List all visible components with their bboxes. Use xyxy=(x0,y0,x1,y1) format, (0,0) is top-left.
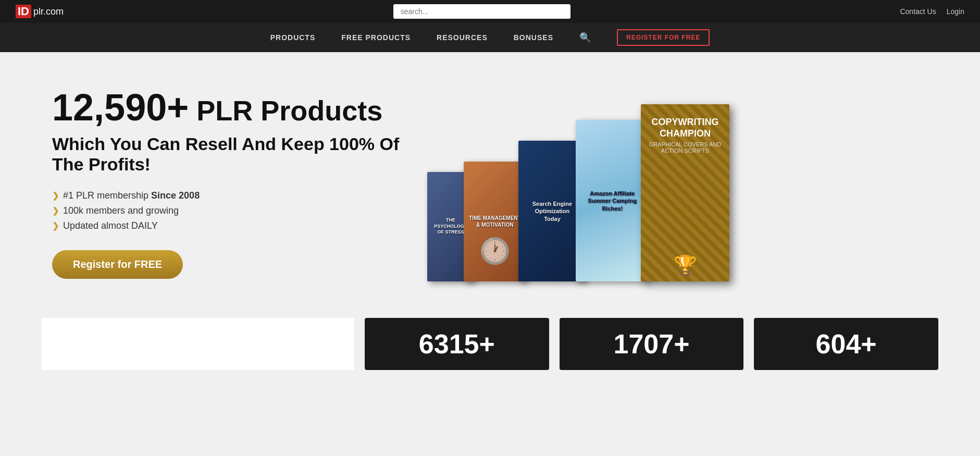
hero-headline: 12,590+ PLR Products xyxy=(52,86,417,129)
books-container: THE PSYCHOLOGYOF STRESS TIME MANAGEMENT&… xyxy=(417,94,729,281)
hero-content: 12,590+ PLR Products Which You Can Resel… xyxy=(52,86,417,279)
book-2-label: TIME MANAGEMENT& MOTIVATION xyxy=(464,213,526,230)
hero-count: 12,590+ xyxy=(52,87,189,128)
nav-item-resources[interactable]: RESOURCES xyxy=(437,33,488,42)
stats-placeholder xyxy=(42,318,354,370)
bullet-2-text: 100k members and growing xyxy=(63,205,179,216)
bullet-arrow-3: ❯ xyxy=(52,221,59,231)
stat-number-1: 6315+ xyxy=(419,330,495,358)
logo[interactable]: ID plr.com xyxy=(16,5,64,18)
contact-us-link[interactable]: Contact Us xyxy=(900,7,936,16)
nav-bar: PRODUCTS FREE PRODUCTS RESOURCES BONUSES… xyxy=(0,23,980,52)
nav-item-products[interactable]: PRODUCTS xyxy=(270,33,316,42)
bullet-1-text: #1 PLR membership Since 2008 xyxy=(63,190,200,201)
hero-register-button[interactable]: Register for FREE xyxy=(52,250,183,279)
search-input[interactable] xyxy=(393,4,570,19)
bullet-arrow-1: ❯ xyxy=(52,191,59,201)
book-4-label: Amazon AffiliateSummer CampingRiches! xyxy=(576,188,649,214)
hero-bullets: ❯ #1 PLR membership Since 2008 ❯ 100k me… xyxy=(52,190,417,231)
top-bar: ID plr.com Contact Us Login xyxy=(0,0,980,23)
logo-domain: plr.com xyxy=(33,6,64,17)
bullet-3-text: Updated almost DAILY xyxy=(63,220,158,231)
book-4: Amazon AffiliateSummer CampingRiches! xyxy=(576,120,649,281)
stat-box-1: 6315+ xyxy=(365,318,549,370)
stat-box-2: 1707+ xyxy=(560,318,744,370)
stat-box-3: 604+ xyxy=(754,318,938,370)
top-links: Contact Us Login xyxy=(900,7,964,16)
stats-section: 6315+ 1707+ 604+ xyxy=(0,302,980,386)
login-link[interactable]: Login xyxy=(947,7,964,16)
book-5: COPYWRITINGCHAMPION GRAPHICAL COVERS AND… xyxy=(641,104,729,281)
bullet-2: ❯ 100k members and growing xyxy=(52,205,417,216)
nav-search-icon[interactable]: 🔍 xyxy=(579,32,591,43)
bullet-arrow-2: ❯ xyxy=(52,206,59,216)
hero-subheadline: Which You Can Resell And Keep 100% Of Th… xyxy=(52,134,417,175)
book-2: TIME MANAGEMENT& MOTIVATION 🕐 xyxy=(464,162,526,281)
hero-image-area: THE PSYCHOLOGYOF STRESS TIME MANAGEMENT&… xyxy=(417,83,729,281)
hero-section: 12,590+ PLR Products Which You Can Resel… xyxy=(0,52,980,302)
nav-item-bonuses[interactable]: BONUSES xyxy=(514,33,553,42)
logo-id: ID xyxy=(16,5,31,18)
book-5-subtitle: GRAPHICAL COVERS AND ACTION SCRIPTS xyxy=(645,141,725,154)
hero-headline-suffix: PLR Products xyxy=(189,95,382,126)
nav-item-free-products[interactable]: FREE PRODUCTS xyxy=(341,33,411,42)
book-5-label: COPYWRITINGCHAMPION xyxy=(645,117,725,139)
bullet-1: ❯ #1 PLR membership Since 2008 xyxy=(52,190,417,201)
trophy-icon: 🏆 xyxy=(674,254,697,276)
stat-number-3: 604+ xyxy=(816,330,877,358)
bullet-3: ❯ Updated almost DAILY xyxy=(52,220,417,231)
stat-number-2: 1707+ xyxy=(613,330,689,358)
nav-register-button[interactable]: REGISTER FOR FREE xyxy=(617,29,710,46)
